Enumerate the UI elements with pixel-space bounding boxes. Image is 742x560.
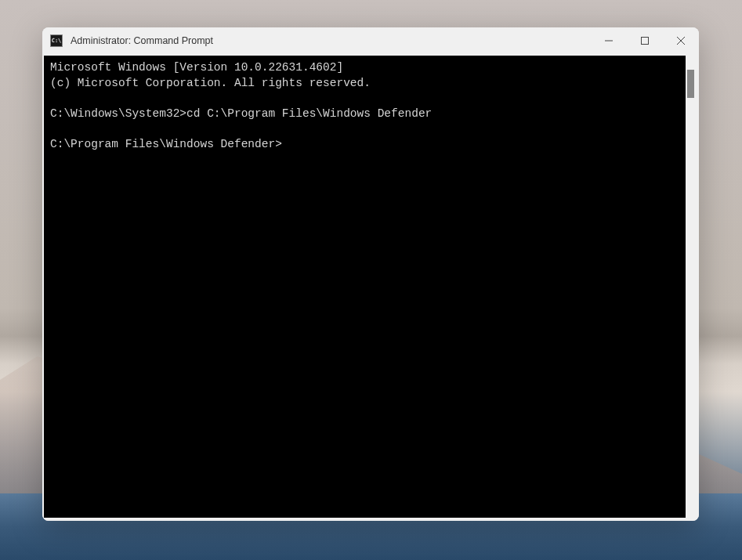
- titlebar[interactable]: C:\ Administrator: Command Prompt: [42, 27, 699, 54]
- terminal-line: Microsoft Windows [Version 10.0.22631.46…: [50, 61, 343, 74]
- terminal-line: (c) Microsoft Corporation. All rights re…: [50, 77, 371, 89]
- close-button[interactable]: [663, 27, 699, 54]
- maximize-button[interactable]: [627, 27, 663, 54]
- scrollbar-thumb[interactable]: [687, 70, 694, 98]
- terminal-line: C:\Windows\System32>cd C:\Program Files\…: [50, 107, 432, 120]
- command-prompt-window: C:\ Administrator: Command Prompt Micros…: [42, 27, 699, 521]
- scrollbar[interactable]: [686, 56, 697, 518]
- window-controls: [591, 27, 699, 54]
- minimize-button[interactable]: [591, 27, 627, 54]
- window-title: Administrator: Command Prompt: [71, 35, 591, 46]
- terminal-line: C:\Program Files\Windows Defender>: [50, 138, 282, 150]
- terminal-output[interactable]: Microsoft Windows [Version 10.0.22631.46…: [44, 56, 686, 518]
- terminal-container: Microsoft Windows [Version 10.0.22631.46…: [42, 54, 699, 521]
- cmd-app-icon: C:\: [50, 34, 63, 47]
- minimize-icon: [605, 37, 613, 45]
- svg-rect-1: [642, 38, 649, 45]
- maximize-icon: [641, 37, 649, 45]
- close-icon: [677, 37, 685, 45]
